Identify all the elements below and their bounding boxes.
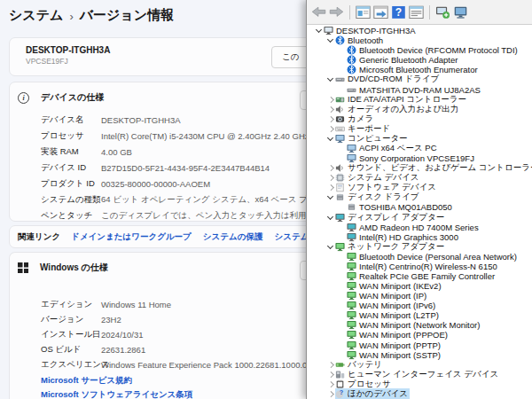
tree-node[interactable]: WAN Miniport (PPTP) bbox=[347, 340, 442, 350]
network-icon bbox=[347, 310, 356, 320]
export-list-icon[interactable] bbox=[373, 4, 388, 20]
expander-icon[interactable] bbox=[325, 105, 335, 114]
spec-label: プロダクト ID bbox=[41, 178, 101, 190]
display-icon bbox=[335, 213, 345, 223]
expander-icon[interactable] bbox=[325, 163, 335, 173]
tree-label: WAN Miniport (PPTP) bbox=[359, 340, 441, 350]
link[interactable]: システムの保護 bbox=[203, 231, 263, 243]
expander-spacer bbox=[337, 310, 347, 320]
network-icon bbox=[347, 291, 356, 301]
tree-row[interactable]: WAN Miniport (L2TP) bbox=[307, 310, 532, 320]
spec-label: エディション bbox=[41, 299, 101, 310]
spec-label: OS ビルド bbox=[41, 344, 101, 356]
tree-row[interactable]: Generic Bluetooth Adapter bbox=[307, 55, 532, 65]
expander-spacer bbox=[337, 65, 347, 74]
expander-spacer bbox=[337, 262, 347, 271]
tree-node[interactable]: Bluetooth Device (RFCOMM Protocol TDI) bbox=[347, 45, 520, 55]
tree-label: Bluetooth bbox=[348, 35, 383, 45]
expander-icon[interactable] bbox=[325, 360, 335, 370]
tree-node[interactable]: ネットワーク アダプター bbox=[335, 241, 446, 253]
remote-computer-icon[interactable] bbox=[453, 4, 468, 20]
expander-icon[interactable] bbox=[325, 370, 335, 379]
tree-row[interactable]: WAN Miniport (Network Monitor) bbox=[307, 320, 532, 330]
expander-icon[interactable] bbox=[325, 192, 335, 202]
properties-icon[interactable] bbox=[409, 4, 424, 20]
expander-icon[interactable] bbox=[325, 74, 335, 84]
expander-icon[interactable] bbox=[325, 124, 335, 134]
network-icon bbox=[347, 252, 356, 262]
tree-node[interactable]: Bluetooth bbox=[335, 35, 385, 45]
spec-label: エクスペリエンス bbox=[41, 359, 101, 371]
expander-icon[interactable] bbox=[325, 173, 335, 183]
link[interactable]: Microsoft ソフトウェアライセンス条項 bbox=[41, 387, 192, 399]
tree-node[interactable]: WAN Miniport (IKEv2) bbox=[347, 281, 443, 291]
breadcrumb-system[interactable]: システム bbox=[9, 7, 63, 24]
back-icon[interactable] bbox=[311, 4, 326, 20]
expander-icon[interactable] bbox=[325, 379, 335, 389]
tree-row[interactable]: WAN Miniport (IPv6) bbox=[307, 301, 532, 310]
tree-row[interactable]: DESKTOP-ITGHH3A bbox=[307, 26, 532, 35]
expander-icon[interactable] bbox=[325, 183, 335, 192]
tree-row[interactable]: DVD/CD-ROM ドライブ bbox=[307, 74, 532, 84]
monitor-icon bbox=[347, 144, 356, 153]
tree-row[interactable]: WAN Miniport (IKEv2) bbox=[307, 281, 532, 291]
tree-label: AMD Radeon HD 7400M Series bbox=[359, 223, 479, 232]
tree-label: Intel(R) Centrino(R) Wireless-N 6150 bbox=[359, 262, 497, 271]
tree-row[interactable]: WAN Miniport (SSTP) bbox=[307, 350, 532, 360]
tree-label: ディスク ドライブ bbox=[348, 192, 419, 203]
tree-row[interactable]: WAN Miniport (IP) bbox=[307, 291, 532, 301]
tree-row[interactable]: AMD Radeon HD 7400M Series bbox=[307, 223, 532, 232]
svg-text:?: ? bbox=[340, 389, 344, 396]
tree-node[interactable]: DVD/CD-ROM ドライブ bbox=[335, 74, 441, 85]
tree-row[interactable]: Bluetooth Device (Personal Area Network) bbox=[307, 252, 532, 262]
forward-icon[interactable] bbox=[329, 4, 344, 20]
tree-row[interactable]: ?ほかのデバイス bbox=[307, 389, 532, 399]
help-icon[interactable]: ? bbox=[391, 4, 406, 20]
expander-icon[interactable] bbox=[325, 35, 335, 45]
tree-node[interactable]: Bluetooth Device (Personal Area Network) bbox=[347, 252, 519, 262]
spec-label: デバイス ID bbox=[41, 162, 101, 174]
screen: システム › バージョン情報 DESKTOP-ITGHH3A VPCSE19FJ… bbox=[0, 0, 532, 399]
tree-node[interactable]: ディスク ドライブ bbox=[335, 192, 420, 203]
spec-label: システムの種類 bbox=[41, 194, 101, 206]
tree-row[interactable]: ディスプレイ アダプター bbox=[307, 212, 532, 222]
tree-node[interactable]: WAN Miniport (IP) bbox=[347, 291, 428, 301]
tree-node[interactable]: WAN Miniport (L2TP) bbox=[347, 310, 441, 320]
tree-row[interactable]: WAN Miniport (PPPOE) bbox=[307, 330, 532, 340]
expander-spacer bbox=[337, 340, 347, 350]
tree-row[interactable]: ACPI x64 ベース PC bbox=[307, 144, 532, 153]
tree-row[interactable]: WAN Miniport (PPTP) bbox=[307, 340, 532, 350]
tree-node[interactable]: Generic Bluetooth Adapter bbox=[347, 55, 459, 65]
tree-row[interactable]: Bluetooth Device (RFCOMM Protocol TDI) bbox=[307, 45, 532, 55]
expander-icon[interactable] bbox=[314, 26, 324, 35]
tree-node[interactable]: Intel(R) Centrino(R) Wireless-N 6150 bbox=[347, 262, 499, 271]
tree-node[interactable]: WAN Miniport (Network Monitor) bbox=[347, 320, 481, 330]
tree-node[interactable]: ?ほかのデバイス bbox=[335, 388, 410, 399]
expander-icon[interactable] bbox=[325, 95, 335, 105]
tree-row[interactable]: Bluetooth bbox=[307, 35, 532, 45]
tree-row[interactable]: ネットワーク アダプター bbox=[307, 242, 532, 252]
tree-node[interactable]: DESKTOP-ITGHH3A bbox=[324, 26, 418, 35]
tree-node[interactable]: Realtek PCIe GBE Family Controller bbox=[347, 271, 497, 281]
tree-node[interactable]: AMD Radeon HD 7400M Series bbox=[347, 223, 481, 232]
scan-hardware-changes-icon[interactable] bbox=[435, 4, 450, 20]
tree-row[interactable]: ディスク ドライブ bbox=[307, 192, 532, 202]
link[interactable]: Microsoft サービス規約 bbox=[41, 373, 192, 387]
expander-icon[interactable] bbox=[325, 389, 335, 399]
spec-label: ペンとタッチ bbox=[41, 210, 101, 222]
tree-node[interactable]: ACPI x64 ベース PC bbox=[347, 143, 439, 154]
tree-node[interactable]: WAN Miniport (PPPOE) bbox=[347, 330, 450, 340]
tree-node[interactable]: ディスプレイ アダプター bbox=[335, 212, 446, 223]
expander-icon[interactable] bbox=[325, 213, 335, 223]
bluetooth-icon bbox=[335, 35, 345, 45]
tree-row[interactable]: Intel(R) Centrino(R) Wireless-N 6150 bbox=[307, 262, 532, 271]
expander-icon[interactable] bbox=[325, 134, 335, 144]
tree-node[interactable]: WAN Miniport (IPv6) bbox=[347, 301, 437, 310]
expander-icon[interactable] bbox=[325, 242, 335, 252]
link[interactable]: ドメインまたはワークグループ bbox=[71, 231, 192, 243]
show-console-tree-icon[interactable] bbox=[356, 4, 371, 20]
tree-row[interactable]: Realtek PCIe GBE Family Controller bbox=[307, 271, 532, 281]
expander-spacer bbox=[337, 144, 347, 153]
expander-icon[interactable] bbox=[325, 114, 335, 124]
network-icon bbox=[347, 340, 356, 350]
